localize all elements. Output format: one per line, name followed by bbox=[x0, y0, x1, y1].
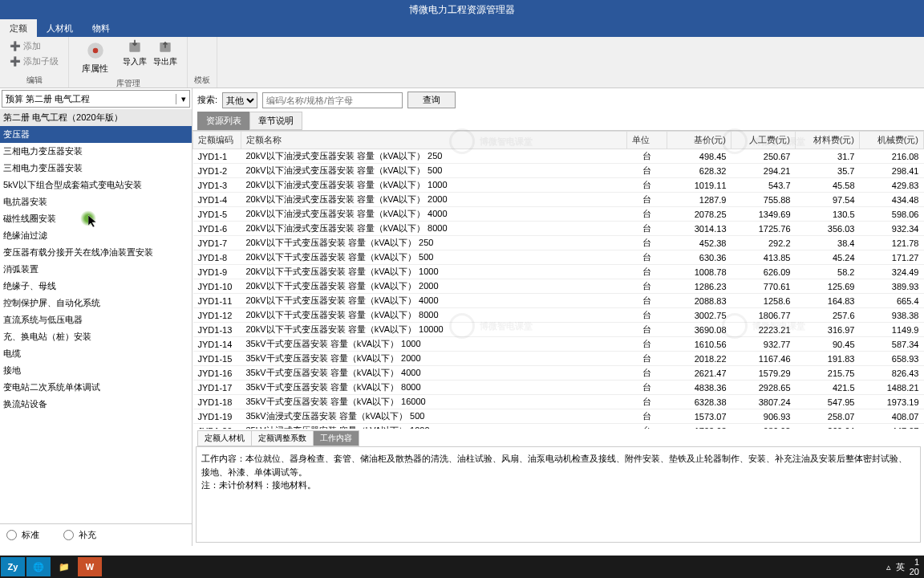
tree-item[interactable]: 绝缘油过滤 bbox=[0, 227, 192, 244]
lib-props-button[interactable]: 库属性 bbox=[75, 39, 115, 76]
tree-item[interactable]: 充、换电站（桩）安装 bbox=[0, 328, 192, 345]
tree-item[interactable]: 三相电力变压器安装 bbox=[0, 143, 192, 160]
sidebar: 预算 第二册 电气工程 ▾ 第二册 电气工程（2020年版） 变压器三相电力变压… bbox=[0, 88, 192, 546]
table-row[interactable]: JYD1-1735kV干式变压器安装 容量（kVA以下） 8000台4838.3… bbox=[193, 381, 924, 395]
tree-item[interactable]: 变压器有载分接开关在线净油装置安装 bbox=[0, 244, 192, 261]
search-label: 搜索: bbox=[197, 94, 217, 106]
radio-standard[interactable]: 标准 bbox=[6, 529, 39, 541]
table-row[interactable]: JYD1-1120kV以下干式变压器安装 容量（kVA以下） 4000台2088… bbox=[193, 294, 924, 308]
tree: 第二册 电气工程（2020年版） 变压器三相电力变压器安装三相电力变压器安装5k… bbox=[0, 109, 192, 523]
table-row[interactable]: JYD1-1320kV以下干式变压器安装 容量（kVA以下） 10000台369… bbox=[193, 323, 924, 337]
book-dropdown[interactable]: 预算 第二册 电气工程 ▾ bbox=[2, 90, 190, 108]
tree-item[interactable]: 电缆 bbox=[0, 345, 192, 362]
tray-ime[interactable]: 英 bbox=[896, 561, 905, 573]
ribbon-tab-quota[interactable]: 定额 bbox=[0, 19, 37, 37]
data-grid[interactable]: 定额编码 定额名称 单位 基价(元) 人工费(元) 材料费(元) 机械费(元) … bbox=[192, 130, 924, 429]
col-code[interactable]: 定额编码 bbox=[193, 132, 241, 149]
chevron-down-icon: ▾ bbox=[176, 94, 186, 104]
detail-tab-content[interactable]: 工作内容 bbox=[313, 430, 359, 446]
taskbar-app-4[interactable]: W bbox=[78, 557, 102, 576]
import-button[interactable]: 导入库 bbox=[120, 39, 150, 67]
plus-child-icon: ➕ bbox=[10, 56, 21, 67]
radio-row: 标准 补充 bbox=[0, 523, 192, 546]
tree-item[interactable]: 5kV以下组合型成套箱式变电站安装 bbox=[0, 177, 192, 193]
ribbon-tabs: 定额 人材机 物料 bbox=[0, 19, 924, 37]
import-icon bbox=[127, 39, 143, 55]
ribbon: ➕添加 ➕添加子级 编辑 库属性 导入库 导出库 bbox=[0, 37, 924, 88]
tree-item[interactable]: 消弧装置 bbox=[0, 261, 192, 278]
col-unit[interactable]: 单位 bbox=[627, 132, 667, 149]
table-row[interactable]: JYD1-120kV以下油浸式变压器安装 容量（kVA以下） 250台498.4… bbox=[193, 149, 924, 164]
table-row[interactable]: JYD1-1220kV以下干式变压器安装 容量（kVA以下） 8000台3002… bbox=[193, 308, 924, 323]
col-name[interactable]: 定额名称 bbox=[241, 132, 627, 149]
table-row[interactable]: JYD1-1635kV干式变压器安装 容量（kVA以下） 4000台2621.4… bbox=[193, 366, 924, 381]
table-row[interactable]: JYD1-220kV以下油浸式变压器安装 容量（kVA以下） 500台628.3… bbox=[193, 164, 924, 178]
tree-item[interactable]: 变电站二次系统单体调试 bbox=[0, 379, 192, 396]
template-group-label: 模板 bbox=[194, 73, 210, 86]
tree-item[interactable]: 换流站设备 bbox=[0, 396, 192, 413]
radio-supplement[interactable]: 补充 bbox=[63, 529, 96, 541]
detail-tab-adjust[interactable]: 定额调整系数 bbox=[251, 430, 314, 446]
edit-group-label: 编辑 bbox=[6, 73, 62, 86]
tree-item[interactable]: 磁性线圈安装 bbox=[0, 210, 192, 227]
tree-item[interactable]: 控制保护屏、自动化系统 bbox=[0, 295, 192, 311]
tree-item[interactable]: 电抗器安装 bbox=[0, 193, 192, 210]
system-tray[interactable]: ▵ 英 120 bbox=[886, 557, 924, 576]
table-row[interactable]: JYD1-1935kV油浸式变压器安装 容量（kVA以下） 500台1573.0… bbox=[193, 409, 924, 424]
detail-body: 工作内容：本位就位、器身检查、套管、储油柜及散热器的清洗、油柱试验、风扇、油泵电… bbox=[196, 446, 921, 543]
title-bar: 博微电力工程资源管理器 bbox=[0, 0, 924, 19]
table-row[interactable]: JYD1-1535kV干式变压器安装 容量（kVA以下） 2000台2018.2… bbox=[193, 352, 924, 366]
plus-icon: ➕ bbox=[10, 41, 21, 52]
tab-resource-list[interactable]: 资源列表 bbox=[197, 112, 250, 130]
col-base[interactable]: 基价(元) bbox=[667, 132, 732, 149]
tab-chapter-notes[interactable]: 章节说明 bbox=[249, 112, 302, 130]
table-row[interactable]: JYD1-1435kV干式变压器安装 容量（kVA以下） 1000台1610.5… bbox=[193, 337, 924, 352]
tree-item[interactable]: 三相电力变压器安装 bbox=[0, 160, 192, 177]
tree-item[interactable]: 接地 bbox=[0, 362, 192, 379]
detail-tabs: 定额人材机 定额调整系数 工作内容 bbox=[192, 429, 924, 446]
main-panel: 搜索: 其他 查询 资源列表 章节说明 定额编码 定额名称 单位 基价(元) 人… bbox=[192, 88, 924, 546]
table-row[interactable]: JYD1-720kV以下干式变压器安装 容量（kVA以下） 250台452.38… bbox=[193, 236, 924, 250]
search-button[interactable]: 查询 bbox=[407, 92, 456, 108]
lib-group-label: 库管理 bbox=[75, 76, 180, 89]
taskbar[interactable]: Zy 🌐 📁 W ▵ 英 120 bbox=[0, 556, 924, 578]
taskbar-app-2[interactable]: 🌐 bbox=[26, 557, 51, 576]
table-row[interactable]: JYD1-920kV以下干式变压器安装 容量（kVA以下） 1000台1008.… bbox=[193, 265, 924, 279]
ribbon-tab-labor[interactable]: 人材机 bbox=[37, 19, 83, 37]
add-button[interactable]: ➕添加 bbox=[6, 39, 62, 54]
table-row[interactable]: JYD1-520kV以下油浸式变压器安装 容量（kVA以下） 4000台2078… bbox=[193, 207, 924, 222]
export-button[interactable]: 导出库 bbox=[150, 39, 180, 67]
tree-item[interactable]: 绝缘子、母线 bbox=[0, 278, 192, 295]
taskbar-app-1[interactable]: Zy bbox=[1, 557, 25, 576]
table-row[interactable]: JYD1-320kV以下油浸式变压器安装 容量（kVA以下） 1000台1019… bbox=[193, 178, 924, 193]
detail-tab-labor[interactable]: 定额人材机 bbox=[197, 430, 252, 446]
search-type-select[interactable]: 其他 bbox=[222, 92, 257, 108]
tray-icon: ▵ bbox=[886, 562, 891, 572]
search-input[interactable] bbox=[262, 92, 403, 108]
ribbon-tab-material[interactable]: 物料 bbox=[83, 19, 120, 37]
table-row[interactable]: JYD1-620kV以下油浸式变压器安装 容量（kVA以下） 8000台3014… bbox=[193, 222, 924, 236]
add-child-button[interactable]: ➕添加子级 bbox=[6, 54, 62, 69]
tree-item[interactable]: 直流系统与低压电器 bbox=[0, 311, 192, 328]
table-row[interactable]: JYD1-1020kV以下干式变压器安装 容量（kVA以下） 2000台1286… bbox=[193, 279, 924, 294]
col-material[interactable]: 材料费(元) bbox=[796, 132, 860, 149]
taskbar-app-3[interactable]: 📁 bbox=[52, 557, 76, 576]
col-machine[interactable]: 机械费(元) bbox=[860, 132, 924, 149]
table-row[interactable]: JYD1-820kV以下干式变压器安装 容量（kVA以下） 500台630.36… bbox=[193, 250, 924, 265]
tree-item[interactable]: 变压器 bbox=[0, 126, 192, 143]
table-row[interactable]: JYD1-420kV以下油浸式变压器安装 容量（kVA以下） 2000台1287… bbox=[193, 193, 924, 207]
gear-icon bbox=[85, 40, 106, 61]
export-icon bbox=[157, 39, 173, 55]
svg-point-1 bbox=[92, 48, 98, 54]
list-tabs: 资源列表 章节说明 bbox=[192, 112, 924, 130]
search-row: 搜索: 其他 查询 bbox=[192, 88, 924, 112]
col-labor[interactable]: 人工费(元) bbox=[732, 132, 796, 149]
tree-header[interactable]: 第二册 电气工程（2020年版） bbox=[0, 109, 192, 126]
table-row[interactable]: JYD1-1835kV干式变压器安装 容量（kVA以下） 16000台6328.… bbox=[193, 395, 924, 409]
